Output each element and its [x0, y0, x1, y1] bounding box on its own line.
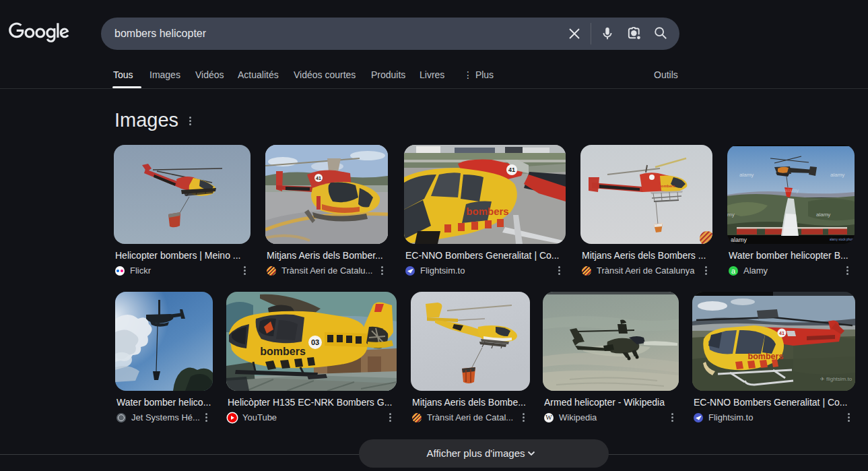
svg-text:bombers: bombers [659, 184, 675, 188]
svg-text:alamy: alamy [816, 212, 830, 218]
svg-text:alamy: alamy [830, 172, 844, 178]
svg-text:alamy: alamy [731, 237, 747, 243]
svg-text:alamy: alamy [784, 187, 799, 193]
svg-text:bombers: bombers [748, 352, 784, 361]
svg-text:alamy stock photo: alamy stock photo [830, 238, 855, 241]
svg-text:41: 41 [316, 176, 321, 181]
svg-text:41: 41 [508, 166, 515, 173]
svg-text:alamy: alamy [739, 172, 754, 178]
svg-text:bombers: bombers [260, 346, 306, 357]
svg-text:my: my [727, 212, 735, 218]
svg-text:41: 41 [779, 331, 784, 336]
svg-text:✈ flightsim.to: ✈ flightsim.to [820, 376, 853, 382]
svg-text:bombers: bombers [466, 206, 508, 217]
svg-text:03: 03 [311, 338, 319, 346]
